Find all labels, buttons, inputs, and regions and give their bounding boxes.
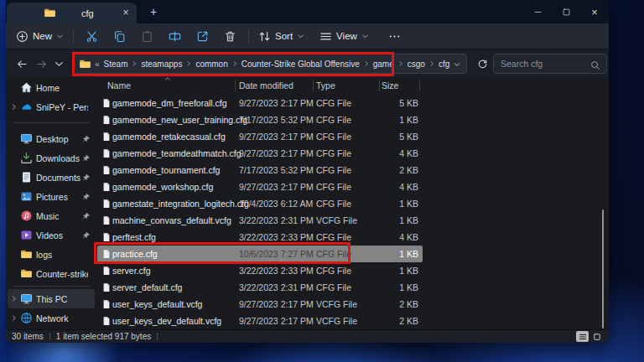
file-row[interactable]: gamemode_workshop.cfg 9/27/2023 2:17 PM …: [96, 178, 609, 195]
file-name: server_default.cfg: [112, 282, 182, 292]
file-row[interactable]: server.cfg 3/22/2023 2:33 PM CFG File 1 …: [96, 262, 609, 279]
sidebar-item-videos[interactable]: Videos: [8, 225, 95, 245]
recent-locations-button[interactable]: [49, 54, 68, 73]
window-controls: ×: [523, 0, 609, 23]
file-icon: [101, 98, 112, 108]
file-row[interactable]: machine_convars_default.vcfg 3/22/2023 2…: [96, 212, 609, 229]
annotation-box-practice-row: [94, 242, 351, 264]
close-icon[interactable]: ×: [580, 0, 609, 23]
file-date-modified: 9/27/2023 2:17 PM: [239, 316, 314, 326]
file-row[interactable]: gamemode_retakecasual.cfg 9/27/2023 2:17…: [96, 128, 609, 145]
new-button[interactable]: New: [11, 27, 69, 46]
rename-button[interactable]: [161, 27, 189, 46]
navigation-sidebar: Home SniPeY - Personal Desktop Downloads…: [6, 77, 96, 329]
sidebar-item-icon: [20, 229, 33, 241]
file-size: 4 KB: [348, 148, 418, 158]
sidebar-item-icon: [20, 132, 33, 145]
file-type: CFG File: [316, 282, 351, 292]
forward-button[interactable]: [32, 54, 50, 73]
sidebar-item-downloads[interactable]: Downloads: [8, 148, 95, 168]
file-row[interactable]: gamemode_teamdeathmatch.cfg 9/27/2023 2:…: [96, 145, 609, 162]
sidebar-item-label: This PC: [36, 294, 67, 304]
sidebar-item-logs[interactable]: logs: [8, 245, 95, 264]
address-dropdown-icon[interactable]: [453, 60, 461, 69]
expand-chevron-icon[interactable]: [10, 103, 18, 111]
sort-button[interactable]: Sort: [253, 27, 309, 46]
tab-cfg[interactable]: cfg ×: [7, 3, 137, 23]
expand-chevron-icon[interactable]: [10, 314, 18, 322]
file-name: gamemode_teamdeathmatch.cfg: [112, 148, 242, 158]
sidebar-item-this-pc[interactable]: This PC: [8, 289, 95, 308]
sidebar-item-counter-strike-2[interactable]: Counter-strike 2: [8, 264, 95, 283]
delete-button[interactable]: [216, 27, 244, 46]
file-date-modified: 3/22/2023 2:33 PM: [239, 232, 314, 242]
view-button[interactable]: View: [314, 27, 374, 46]
minimize-icon[interactable]: [523, 0, 552, 23]
column-header-date[interactable]: Date modified: [239, 80, 293, 90]
column-divider[interactable]: [313, 80, 314, 91]
refresh-button[interactable]: [473, 54, 491, 73]
sidebar-item-home[interactable]: Home: [8, 78, 95, 97]
file-name: gamestate_integration_logitech.cfg: [112, 199, 249, 209]
file-size: 1 KB: [348, 115, 418, 125]
file-row[interactable]: gamemode_dm_freeforall.cfg 9/27/2023 2:1…: [96, 95, 609, 111]
file-row[interactable]: user_keys_default.vcfg 9/27/2023 2:17 PM…: [96, 296, 609, 313]
column-header-name[interactable]: Name: [107, 80, 131, 90]
sidebar-item-network[interactable]: Network: [8, 308, 95, 328]
file-icon: [101, 148, 112, 158]
file-type: CFG File: [316, 165, 351, 175]
details-view-icon: [579, 333, 587, 341]
sidebar-item-snipey-personal[interactable]: SniPeY - Personal: [8, 97, 95, 116]
new-button-label: New: [33, 31, 52, 41]
cut-icon: [86, 30, 98, 43]
tab-close-icon[interactable]: ×: [118, 5, 133, 20]
paste-button[interactable]: [133, 27, 161, 46]
sidebar-item-icon: [20, 209, 33, 222]
copy-button[interactable]: [106, 27, 133, 46]
column-divider[interactable]: [379, 80, 380, 91]
icons-view-button[interactable]: [590, 331, 603, 342]
file-type: CFG File: [316, 232, 351, 242]
vertical-scrollbar[interactable]: [602, 209, 604, 328]
sidebar-item-icon: [20, 312, 33, 324]
file-icon: [101, 165, 112, 175]
details-view-button[interactable]: [576, 331, 589, 342]
file-name: gamemode_dm_freeforall.cfg: [112, 98, 227, 108]
file-row[interactable]: gamemode_new_user_training.cfg 7/17/2023…: [96, 111, 609, 128]
sidebar-item-documents[interactable]: Documents: [8, 168, 95, 187]
file-row[interactable]: gamestate_integration_logitech.cfg 10/4/…: [96, 195, 609, 212]
column-divider[interactable]: [235, 80, 236, 91]
file-date-modified: 9/27/2023 2:17 PM: [239, 148, 314, 158]
breadcrumb-chevron-icon[interactable]: [397, 60, 404, 67]
rename-icon: [169, 30, 181, 43]
maximize-icon[interactable]: [552, 0, 580, 23]
sidebar-item-icon: [20, 101, 33, 113]
search-input[interactable]: [501, 55, 584, 72]
expand-chevron-icon[interactable]: [10, 295, 18, 303]
breadcrumb-segment[interactable]: cfg: [436, 58, 452, 70]
file-row[interactable]: user_keys_dev_default.vcfg 9/27/2023 2:1…: [96, 313, 609, 329]
breadcrumb-chevron-icon[interactable]: [428, 60, 435, 67]
file-list-pane: Name Date modified Type Size gamemode_dm…: [96, 77, 609, 329]
sidebar-item-music[interactable]: Music: [8, 206, 95, 225]
sidebar-item-desktop[interactable]: Desktop: [8, 129, 95, 148]
share-button[interactable]: [189, 27, 216, 46]
file-date-modified: 3/22/2023 2:31 PM: [239, 282, 314, 292]
trash-icon: [224, 30, 236, 43]
new-tab-button[interactable]: +: [145, 4, 162, 21]
back-button[interactable]: [13, 54, 31, 73]
file-row[interactable]: gamemode_tournament.cfg 7/17/2023 5:32 P…: [96, 162, 609, 178]
file-type: CFG File: [316, 182, 351, 192]
more-options-button[interactable]: [381, 27, 408, 46]
file-date-modified: 3/22/2023 2:31 PM: [239, 215, 314, 225]
breadcrumb-segment[interactable]: csgo: [405, 58, 428, 70]
sidebar-item-pictures[interactable]: Pictures: [8, 187, 95, 206]
cut-button[interactable]: [78, 27, 106, 46]
column-header-size[interactable]: Size: [382, 80, 398, 90]
column-divider[interactable]: [419, 80, 420, 91]
file-icon: [101, 215, 112, 225]
file-row[interactable]: server_default.cfg 3/22/2023 2:31 PM CFG…: [96, 279, 609, 296]
column-header-type[interactable]: Type: [316, 80, 335, 90]
file-type: CFG File: [316, 132, 351, 142]
file-date-modified: 9/27/2023 2:17 PM: [239, 182, 314, 192]
